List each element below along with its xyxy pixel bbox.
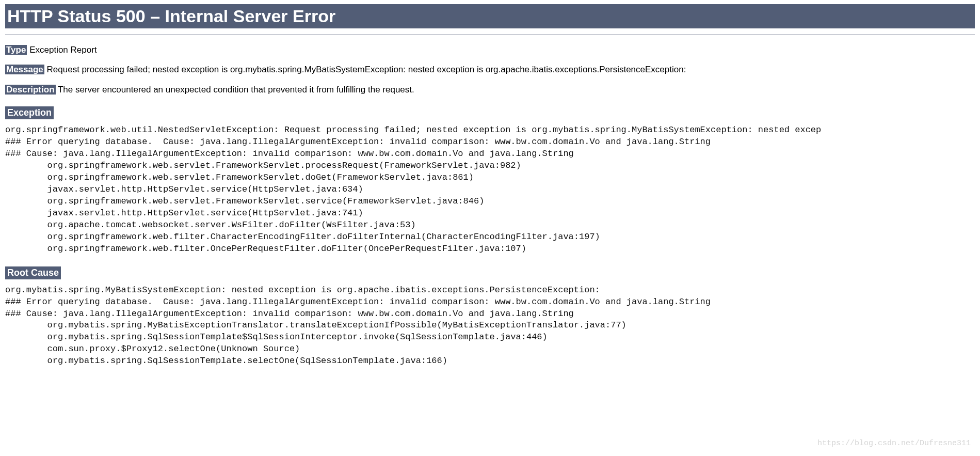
root-cause-heading: Root Cause [5, 266, 61, 279]
root-cause-stacktrace: org.mybatis.spring.MyBatisSystemExceptio… [5, 285, 975, 368]
message-line: Message Request processing failed; neste… [5, 64, 975, 76]
message-value: Request processing failed; nested except… [47, 65, 686, 74]
description-label: Description [5, 85, 56, 95]
description-value: The server encountered an unexpected con… [58, 85, 414, 95]
exception-heading: Exception [5, 106, 54, 119]
exception-stacktrace: org.springframework.web.util.NestedServl… [5, 124, 975, 255]
type-label: Type [5, 45, 27, 55]
message-label: Message [5, 65, 44, 74]
description-line: Description The server encountered an un… [5, 84, 975, 96]
type-line: Type Exception Report [5, 44, 975, 56]
type-value: Exception Report [29, 45, 97, 55]
page-title: HTTP Status 500 – Internal Server Error [5, 4, 975, 28]
error-page: HTTP Status 500 – Internal Server Error … [0, 0, 980, 392]
divider [5, 35, 975, 35]
